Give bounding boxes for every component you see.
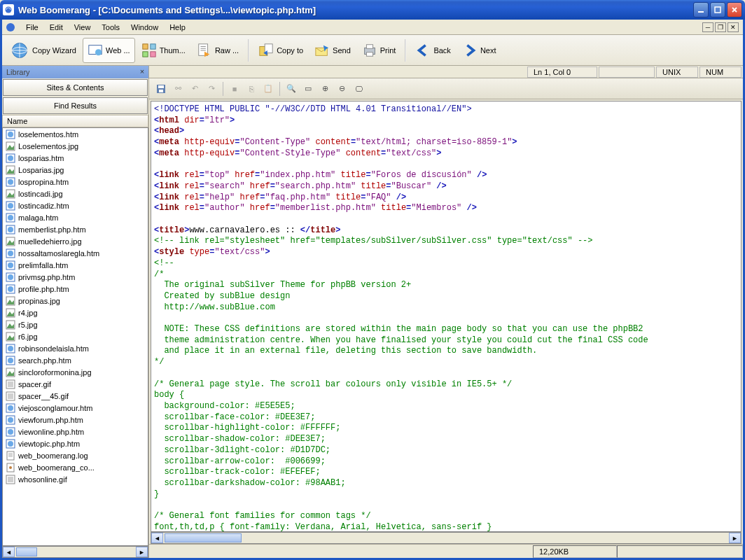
- screen-icon[interactable]: 🖵: [351, 81, 366, 97]
- file-type-icon: [6, 189, 15, 199]
- scroll-right-icon[interactable]: ►: [729, 533, 741, 543]
- mdi-restore-button[interactable]: ❐: [715, 22, 726, 32]
- next-button[interactable]: Next: [457, 37, 501, 64]
- window-maximize-button[interactable]: [710, 2, 725, 18]
- window-close-button[interactable]: [727, 2, 742, 18]
- list-item[interactable]: memberlist.php.htm: [3, 223, 148, 235]
- web-view-button[interactable]: Web ...: [83, 38, 135, 63]
- list-item[interactable]: spacer.gif: [3, 378, 148, 390]
- tab-find-results[interactable]: Find Results: [3, 97, 148, 114]
- toolbar-separator: [248, 39, 249, 62]
- scroll-left-icon[interactable]: ◄: [3, 547, 15, 557]
- file-name: privmsg.php.htm: [18, 273, 75, 281]
- zoom-out-icon[interactable]: ⊖: [334, 81, 349, 97]
- list-item[interactable]: prelimfalla.htm: [3, 259, 148, 271]
- send-button[interactable]: Send: [309, 37, 356, 64]
- cursor-position: Ln 1, Col 0: [527, 66, 597, 78]
- mdi-minimize-button[interactable]: ─: [702, 22, 713, 32]
- copy-wizard-button[interactable]: Copy Wizard: [5, 37, 81, 64]
- list-item[interactable]: web_boomerang.log: [3, 449, 148, 461]
- file-type-icon: [6, 415, 15, 425]
- next-label: Next: [480, 46, 496, 55]
- list-item[interactable]: viewonline.php.htm: [3, 426, 148, 438]
- list-item[interactable]: privmsg.php.htm: [3, 271, 148, 283]
- list-item[interactable]: muelledehierro.jpg: [3, 235, 148, 247]
- menu-help[interactable]: Help: [164, 22, 191, 33]
- list-item[interactable]: robinsondelaisla.htm: [3, 342, 148, 354]
- list-item[interactable]: profile.php.htm: [3, 283, 148, 295]
- menu-file[interactable]: File: [20, 22, 44, 33]
- list-item[interactable]: Losparias.jpg: [3, 164, 148, 176]
- window-minimize-button[interactable]: [693, 2, 709, 18]
- list-item[interactable]: r6.jpg: [3, 330, 148, 342]
- thumbnails-icon: [141, 43, 157, 58]
- file-type-icon: [6, 272, 15, 282]
- scroll-thumb[interactable]: [16, 547, 37, 556]
- file-type-icon: [6, 368, 15, 377]
- list-item[interactable]: search.php.htm: [3, 354, 148, 366]
- list-item[interactable]: web_boomerang_co...: [3, 461, 148, 473]
- file-list-hscrollbar[interactable]: ◄ ►: [2, 546, 148, 558]
- file-list[interactable]: loselementos.htmLoselementos.jpglosparia…: [2, 127, 148, 546]
- scroll-left-icon[interactable]: ◄: [151, 533, 163, 543]
- svg-point-32: [8, 203, 13, 209]
- panel-close-icon[interactable]: ×: [137, 66, 147, 76]
- back-button[interactable]: Back: [410, 37, 455, 64]
- menu-window[interactable]: Window: [125, 22, 164, 33]
- file-type-icon: [6, 237, 15, 246]
- list-item[interactable]: r4.jpg: [3, 307, 148, 318]
- list-item[interactable]: r5.jpg: [3, 318, 148, 330]
- raw-view-button[interactable]: Raw ...: [192, 37, 244, 64]
- list-item[interactable]: loselementos.htm: [3, 128, 148, 140]
- copy-to-label: Copy to: [277, 46, 303, 55]
- list-item[interactable]: lostincadiz.htm: [3, 200, 148, 211]
- file-type-icon: [6, 308, 15, 318]
- zoom-in-icon[interactable]: ⊕: [317, 81, 333, 97]
- selection-icon[interactable]: ▭: [300, 81, 316, 97]
- copy-to-icon: [258, 43, 274, 58]
- list-item[interactable]: spacer__45.gif: [3, 390, 148, 402]
- toolbar-separator: [405, 39, 406, 62]
- menu-tools[interactable]: Tools: [96, 22, 125, 33]
- list-item[interactable]: malaga.htm: [3, 211, 148, 223]
- svg-point-70: [8, 429, 13, 435]
- tab-sites-contents[interactable]: Sites & Contents: [3, 79, 148, 96]
- thumbnails-button[interactable]: Thum...: [137, 37, 190, 64]
- file-name: r6.jpg: [18, 332, 38, 341]
- list-item[interactable]: Loselementos.jpg: [3, 140, 148, 152]
- code-editor[interactable]: <!DOCTYPE HTML PUBLIC "-//W3C//DTD HTML …: [151, 101, 741, 532]
- list-item[interactable]: lospropina.htm: [3, 176, 148, 188]
- list-item[interactable]: viewtopic.php.htm: [3, 438, 148, 449]
- save-icon[interactable]: [153, 81, 169, 97]
- file-type-icon: [6, 260, 15, 270]
- editor-status-top: Ln 1, Col 0 UNIX NUM: [149, 66, 743, 78]
- file-name: lospropina.htm: [18, 178, 69, 186]
- undo-icon: ↶: [187, 81, 202, 97]
- print-button[interactable]: Print: [357, 37, 401, 64]
- scroll-right-icon[interactable]: ►: [136, 547, 148, 557]
- editor-hscrollbar[interactable]: ◄ ►: [151, 532, 741, 544]
- menu-view[interactable]: View: [69, 22, 97, 33]
- status-empty-2: [617, 545, 743, 558]
- list-item[interactable]: viejosconglamour.htm: [3, 402, 148, 414]
- menu-edit[interactable]: Edit: [44, 22, 69, 33]
- file-type-icon: [6, 344, 15, 354]
- copy-to-button[interactable]: Copy to: [253, 37, 308, 64]
- list-item[interactable]: propinas.jpg: [3, 295, 148, 307]
- svg-point-24: [8, 155, 13, 161]
- paste-icon: 📋: [260, 81, 276, 97]
- list-item[interactable]: sincloroformonina.jpg: [3, 366, 148, 378]
- list-item[interactable]: viewforum.php.htm: [3, 414, 148, 426]
- library-panel-title: Library ×: [2, 66, 148, 78]
- list-item[interactable]: nossaltamoslaregla.htm: [3, 247, 148, 259]
- scroll-thumb[interactable]: [165, 533, 242, 542]
- find-icon[interactable]: 🔍: [284, 81, 299, 97]
- list-item[interactable]: lostincadi.jpg: [3, 188, 148, 200]
- file-list-header[interactable]: Name: [2, 115, 148, 127]
- list-item[interactable]: losparias.htm: [3, 152, 148, 164]
- file-type-icon: [6, 320, 15, 330]
- svg-point-40: [8, 251, 13, 256]
- svg-point-72: [8, 441, 13, 447]
- mdi-close-button[interactable]: ✕: [727, 22, 739, 32]
- list-item[interactable]: whosonline.gif: [3, 473, 148, 485]
